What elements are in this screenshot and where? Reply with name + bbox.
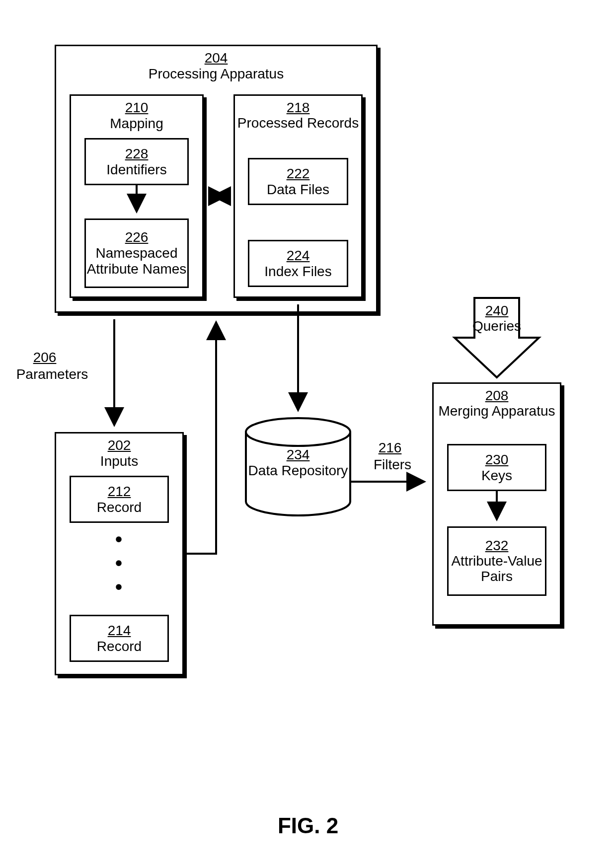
ellipsis-dots: ••• (115, 527, 122, 599)
identifiers-label: Identifiers (106, 162, 166, 178)
svg-point-0 (246, 418, 350, 446)
processed-num: 218 (287, 100, 310, 115)
identifiers-num: 228 (125, 146, 149, 162)
filters-label: Filters (368, 457, 417, 473)
keys-num: 230 (485, 452, 509, 468)
keys-box: 230 Keys (447, 444, 546, 491)
pairs-label: Attribute-Value Pairs (449, 554, 545, 584)
indexfiles-label: Index Files (264, 264, 331, 280)
inputs-label: Inputs (100, 453, 138, 469)
queries-text: 240 Queries (462, 303, 532, 334)
indexfiles-num: 224 (287, 248, 310, 264)
namespaced-label: Namespaced Attribute Names (86, 245, 187, 277)
namespaced-num: 226 (125, 229, 149, 245)
figure-caption: FIG. 2 (0, 813, 616, 838)
identifiers-box: 228 Identifiers (84, 138, 189, 185)
mapping-label: Mapping (110, 116, 163, 131)
datafiles-label: Data Files (267, 182, 329, 198)
merging-num: 208 (485, 388, 509, 403)
processed-label: Processed Records (237, 116, 359, 131)
datafiles-num: 222 (287, 166, 310, 182)
mapping-num: 210 (125, 100, 149, 115)
record2-label: Record (97, 639, 142, 654)
parameters-num-label: 206 (25, 350, 65, 365)
record-1-box: 212 Record (70, 476, 169, 523)
pairs-num: 232 (485, 538, 509, 554)
index-files-box: 224 Index Files (248, 240, 348, 287)
record2-num: 214 (108, 623, 131, 639)
namespaced-box: 226 Namespaced Attribute Names (84, 218, 189, 288)
processing-label: Processing Apparatus (149, 66, 284, 81)
merging-label: Merging Apparatus (438, 404, 555, 419)
record1-num: 212 (108, 484, 131, 500)
record1-label: Record (97, 500, 142, 515)
record-2-box: 214 Record (70, 615, 169, 662)
inputs-num: 202 (108, 437, 131, 453)
parameters-label: Parameters (12, 366, 92, 382)
pairs-box: 232 Attribute-Value Pairs (447, 526, 546, 596)
filters-num-label: 216 (373, 440, 407, 456)
repo-text: 234 Data Repository (246, 447, 350, 479)
data-files-box: 222 Data Files (248, 158, 348, 205)
keys-label: Keys (481, 468, 512, 484)
processing-num: 204 (205, 50, 228, 66)
